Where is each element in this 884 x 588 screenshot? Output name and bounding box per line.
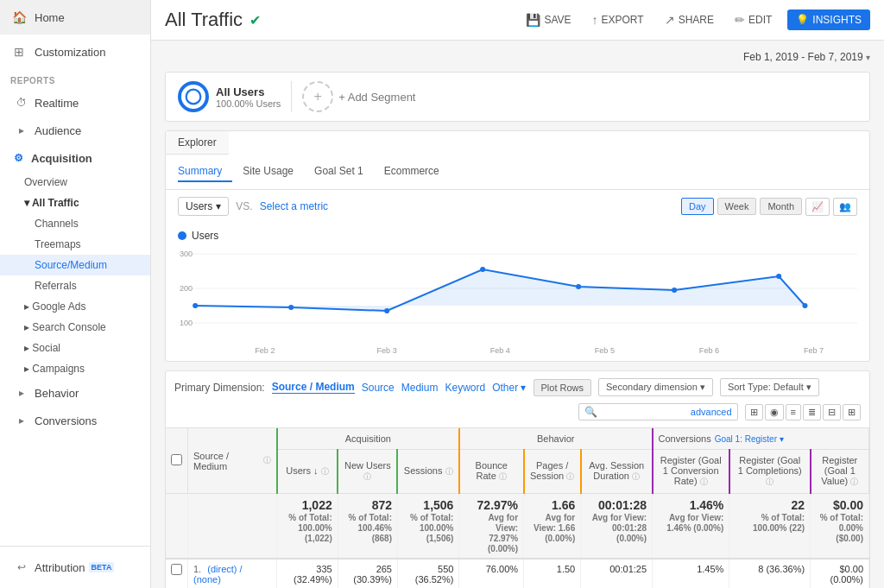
- sidebar-item-realtime[interactable]: ⏱ Realtime: [0, 89, 150, 117]
- sidebar-item-channels[interactable]: Channels: [0, 213, 150, 234]
- grid-icon: ⊞: [10, 43, 28, 60]
- bounce-rate-header[interactable]: Bounce Rate ⓘ: [459, 450, 524, 494]
- sidebar-item-google-ads[interactable]: ▸ Google Ads: [0, 296, 150, 317]
- bar-chart-icon[interactable]: 👥: [833, 198, 857, 216]
- pages-session-info-icon: ⓘ: [566, 472, 574, 481]
- secondary-dimension-select[interactable]: Secondary dimension ▾: [598, 378, 713, 396]
- pie-view-button[interactable]: ◉: [765, 404, 784, 420]
- row-bounce-rate: 76.00%: [459, 559, 524, 588]
- svg-marker-7: [195, 269, 805, 311]
- segment-pct: 100.00% Users: [216, 98, 281, 109]
- select-all-checkbox[interactable]: [171, 454, 182, 465]
- metric-tabs: Summary Site Usage Goal Set 1 Ecommerce: [166, 155, 869, 190]
- all-users-segment[interactable]: All Users 100.00% Users: [178, 81, 281, 112]
- conv-rate-header[interactable]: Register (Goal 1 Conversion Rate) ⓘ: [653, 450, 729, 494]
- sidebar-item-treemaps[interactable]: Treemaps: [0, 234, 150, 255]
- date-range-arrow: ▾: [866, 53, 870, 62]
- value-header[interactable]: Register (Goal 1 Value) ⓘ: [811, 450, 869, 494]
- sidebar-item-channels-label: Channels: [35, 218, 79, 230]
- users-header[interactable]: Users ↓ ⓘ: [277, 450, 338, 494]
- row-duration: 00:01:25: [581, 559, 653, 588]
- add-segment-button[interactable]: + + Add Segment: [302, 81, 415, 112]
- value-info-icon: ⓘ: [850, 477, 858, 486]
- sidebar-item-campaigns[interactable]: ▸ Campaigns: [0, 358, 150, 379]
- dim-keyword[interactable]: Keyword: [445, 382, 485, 394]
- svg-text:200: 200: [180, 284, 193, 293]
- month-button[interactable]: Month: [760, 198, 802, 215]
- sidebar-item-acquisition[interactable]: ⚙ Acquisition: [0, 144, 150, 172]
- verified-icon: ✔: [249, 12, 261, 28]
- edit-button[interactable]: ✏ EDIT: [729, 9, 777, 30]
- totals-sessions: 1,506 % of Total: 100.00% (1,506): [397, 494, 458, 560]
- acquisition-icon: ⚙: [10, 150, 26, 166]
- sidebar-item-source-medium[interactable]: Source/Medium: [0, 255, 150, 275]
- advanced-link[interactable]: advanced: [691, 407, 732, 417]
- comparison-view-button[interactable]: ≣: [803, 404, 821, 420]
- export-button[interactable]: ↑ EXPORT: [587, 9, 649, 30]
- tab-goal-set-1[interactable]: Goal Set 1: [304, 161, 374, 182]
- sidebar-item-attribution[interactable]: ↩ Attribution BETA: [0, 553, 150, 581]
- explorer-tab[interactable]: Explorer: [166, 131, 229, 155]
- totals-avg-duration: 00:01:28 Avg for View: 00:01:28 (0.00%): [581, 494, 653, 560]
- svg-text:Feb 5: Feb 5: [595, 346, 615, 355]
- sidebar-item-conversions[interactable]: ▸ Conversions: [0, 407, 150, 434]
- sidebar-item-behavior[interactable]: ▸ Behavior: [0, 379, 150, 407]
- date-range-text: Feb 1, 2019 - Feb 7, 2019: [743, 51, 863, 63]
- sidebar-item-home[interactable]: 🏠 Home: [0, 0, 150, 35]
- sidebar-item-all-traffic[interactable]: ▾ All Traffic: [0, 193, 150, 213]
- sessions-header[interactable]: Sessions ⓘ: [397, 450, 458, 494]
- tab-site-usage[interactable]: Site Usage: [232, 161, 304, 182]
- svg-point-12: [576, 284, 581, 289]
- sidebar-item-customization[interactable]: ⊞ Customization: [0, 35, 150, 69]
- line-chart-icon[interactable]: 📈: [805, 198, 830, 216]
- plot-rows-button[interactable]: Plot Rows: [534, 379, 592, 396]
- performance-view-button[interactable]: ≡: [786, 404, 801, 420]
- conversions-group-header: Conversions Goal 1: Register ▾: [653, 428, 869, 450]
- sort-type-select[interactable]: Sort Type: Default ▾: [720, 378, 819, 396]
- edit-icon: ✏: [735, 13, 745, 27]
- table-controls: Primary Dimension: Source / Medium Sourc…: [166, 371, 869, 428]
- sidebar-item-referrals[interactable]: Referrals: [0, 275, 150, 296]
- tab-ecommerce[interactable]: Ecommerce: [374, 161, 450, 182]
- lifecycle-view-button[interactable]: ⊞: [843, 404, 861, 420]
- new-users-header[interactable]: New Users ⓘ: [338, 450, 397, 494]
- sidebar-item-search-console[interactable]: ▸ Search Console: [0, 317, 150, 338]
- week-button[interactable]: Week: [717, 198, 757, 215]
- chart-controls: Users ▾ VS. Select a metric Day Week Mon…: [166, 190, 869, 223]
- segment-circle: [178, 81, 209, 112]
- table-search-input[interactable]: [601, 407, 687, 417]
- checkbox-all[interactable]: [166, 428, 188, 494]
- insights-button[interactable]: 💡 INSIGHTS: [787, 9, 870, 30]
- save-button[interactable]: 💾 SAVE: [521, 9, 576, 30]
- pages-session-header[interactable]: Pages / Session ⓘ: [524, 450, 581, 494]
- day-button[interactable]: Day: [681, 198, 714, 215]
- dim-source-medium[interactable]: Source / Medium: [272, 381, 355, 394]
- metric-select[interactable]: Users ▾: [178, 197, 229, 216]
- table-row: 1. (direct) / (none) 335 (32.49%) 265 (3…: [166, 559, 869, 588]
- dim-other[interactable]: Other ▾: [492, 382, 526, 394]
- completions-header[interactable]: Register (Goal 1 Completions) ⓘ: [729, 450, 811, 494]
- table-view-button[interactable]: ⊞: [745, 404, 763, 420]
- dim-medium[interactable]: Medium: [401, 382, 439, 394]
- sort-type-label: Sort Type: Default ▾: [728, 382, 811, 393]
- share-button[interactable]: ↗ SHARE: [660, 9, 719, 30]
- select-metric[interactable]: Select a metric: [260, 200, 328, 212]
- row-num: 1.: [193, 564, 201, 574]
- add-segment-label: + Add Segment: [338, 91, 415, 104]
- row-checkbox[interactable]: [171, 564, 182, 575]
- chart-legend: Users: [178, 230, 857, 242]
- svg-text:Feb 6: Feb 6: [699, 346, 719, 355]
- sidebar-item-social[interactable]: ▸ Social: [0, 338, 150, 358]
- row-checkbox-cell[interactable]: [166, 559, 188, 588]
- sidebar-item-overview[interactable]: Overview: [0, 172, 150, 193]
- avg-duration-header[interactable]: Avg. Session Duration ⓘ: [581, 450, 653, 494]
- tab-summary[interactable]: Summary: [178, 161, 232, 182]
- date-range[interactable]: Feb 1, 2019 - Feb 7, 2019 ▾: [165, 51, 870, 63]
- svg-point-13: [672, 288, 677, 293]
- pivot-view-button[interactable]: ⊟: [823, 404, 841, 420]
- row-sessions: 550 (36.52%): [397, 559, 458, 588]
- dim-source[interactable]: Source: [362, 382, 395, 394]
- sidebar-item-audience[interactable]: ▸ Audience: [0, 117, 150, 144]
- goal-select[interactable]: Goal 1: Register ▾: [715, 434, 784, 444]
- totals-conv-rate: 1.46% Avg for View: 1.46% (0.00%): [653, 494, 729, 560]
